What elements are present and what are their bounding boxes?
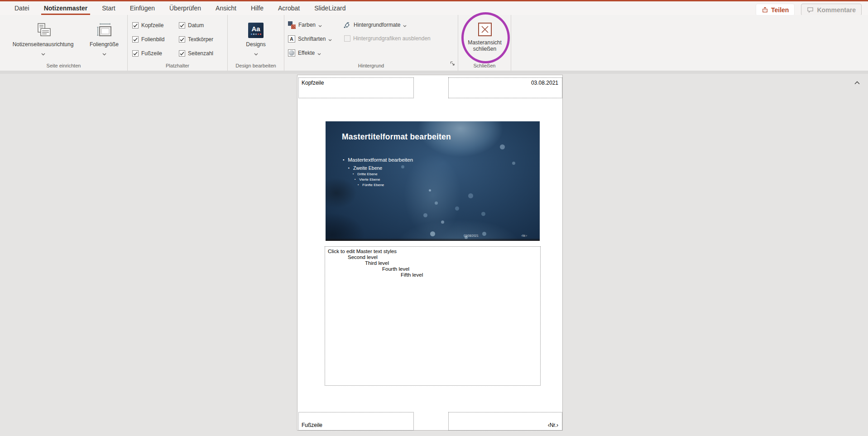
- slide-bullet-level3: Dritte Ebene: [353, 172, 378, 176]
- notes-line-level3: Third level: [365, 260, 537, 266]
- group-label-design-bearbeiten: Design bearbeiten: [228, 63, 284, 68]
- tab-datei[interactable]: Datei: [7, 1, 37, 15]
- ribbon-bottom-strip: [0, 71, 868, 74]
- checkbox-icon: [179, 22, 185, 29]
- themes-button[interactable]: Aa Designs: [238, 17, 274, 62]
- themes-icon: Aa: [248, 23, 264, 38]
- checkbox-label: Datum: [188, 22, 204, 29]
- group-seite-einrichten: Notizenseitenausrichtung Foliengröße Sei…: [0, 15, 128, 71]
- close-icon: [478, 23, 492, 36]
- group-label-platzhalter: Platzhalter: [128, 63, 227, 68]
- checkbox-label: Textkörper: [188, 36, 213, 43]
- comments-button-label: Kommentare: [817, 6, 856, 14]
- tab-start[interactable]: Start: [95, 1, 123, 15]
- checkbox-label: Folienbild: [141, 36, 164, 43]
- background-styles-icon: [343, 21, 351, 29]
- group-schliessen: Masteransicht schließen Schließen: [458, 15, 511, 71]
- tab-einfuegen[interactable]: Einfügen: [123, 1, 162, 15]
- slide-title: Mastertitelformat bearbeiten: [342, 132, 451, 142]
- tab-ansicht[interactable]: Ansicht: [208, 1, 244, 15]
- header-text: Kopfzeile: [302, 80, 324, 86]
- chevron-down-icon: [328, 35, 332, 43]
- chevron-down-icon: [41, 49, 45, 57]
- chevron-down-icon: [318, 21, 322, 29]
- ribbon-tab-bar: Datei Notizenmaster Start Einfügen Überp…: [0, 1, 868, 15]
- group-label-schliessen: Schließen: [458, 63, 511, 68]
- checkbox-textkoerper[interactable]: Textkörper: [179, 35, 213, 43]
- theme-colors-label: Farben: [298, 22, 316, 28]
- notes-page-orientation-button[interactable]: Notizenseitenausrichtung: [4, 17, 82, 62]
- tab-ueberpruefen[interactable]: Überprüfen: [162, 1, 208, 15]
- powerpoint-window: Datei Notizenmaster Start Einfügen Überp…: [0, 0, 868, 436]
- chevron-down-icon: [254, 49, 258, 57]
- notes-line-level4: Fourth level: [382, 266, 537, 272]
- theme-fonts-icon: A: [288, 35, 295, 43]
- share-button[interactable]: Teilen: [756, 4, 795, 16]
- checkbox-icon: [132, 50, 139, 57]
- checkbox-datum[interactable]: Datum: [179, 21, 204, 29]
- checkbox-icon: [132, 22, 139, 29]
- slide-bullet-level4: Vierte Ebene: [355, 177, 380, 182]
- slide-size-button[interactable]: Foliengröße: [83, 17, 125, 62]
- theme-effects-icon: [288, 49, 295, 57]
- close-master-view-button[interactable]: Masteransicht schließen: [460, 17, 509, 62]
- share-button-label: Teilen: [771, 6, 789, 14]
- bubbles-decoration: [429, 189, 431, 192]
- slide-size-label: Foliengröße: [90, 41, 119, 48]
- notes-page-orientation-label: Notizenseitenausrichtung: [13, 41, 74, 48]
- group-platzhalter: Kopfzeile Folienbild Fußzeile Datum Text…: [128, 15, 228, 71]
- group-label-seite-einrichten: Seite einrichten: [0, 63, 127, 68]
- chevron-down-icon: [317, 49, 321, 57]
- notes-line-level5: Fifth level: [401, 272, 537, 278]
- checkbox-folienbild[interactable]: Folienbild: [132, 35, 164, 43]
- date-placeholder[interactable]: 03.08.2021: [448, 77, 562, 98]
- page-number-placeholder[interactable]: ‹Nr.›: [448, 412, 562, 431]
- tab-acrobat[interactable]: Acrobat: [271, 1, 307, 15]
- ribbon: Notizenseitenausrichtung Foliengröße Sei…: [0, 15, 868, 71]
- checkbox-icon: [132, 36, 139, 43]
- header-placeholder[interactable]: Kopfzeile: [298, 77, 414, 98]
- notes-line-level2: Second level: [348, 254, 537, 260]
- theme-colors-icon: [288, 21, 296, 29]
- checkbox-icon: [344, 35, 350, 42]
- slide-number: ‹Nr.›: [521, 234, 527, 237]
- chevron-down-icon: [403, 21, 407, 29]
- checkbox-kopfzeile[interactable]: Kopfzeile: [132, 21, 163, 29]
- tab-hilfe[interactable]: Hilfe: [244, 1, 271, 15]
- themes-label: Designs: [246, 41, 265, 48]
- notes-body-placeholder[interactable]: Click to edit Master text styles Second …: [325, 246, 541, 386]
- background-styles-label: Hintergrundformate: [354, 22, 400, 28]
- checkbox-label: Seitenzahl: [188, 50, 213, 57]
- group-hintergrund: Farben A Schriftarten Effekte: [284, 15, 458, 71]
- footer-text: Fußzeile: [302, 422, 322, 428]
- slide-image-placeholder[interactable]: Mastertitelformat bearbeiten Mastertextf…: [326, 121, 540, 241]
- footer-placeholder[interactable]: Fußzeile: [298, 412, 414, 431]
- hide-background-graphics-checkbox: Hintergrundgrafiken ausblenden: [344, 34, 431, 43]
- slide-bullet-level2: Zweite Ebene: [348, 165, 382, 171]
- theme-colors-button[interactable]: Farben: [288, 20, 322, 29]
- notes-orientation-icon: [35, 23, 51, 38]
- theme-fonts-label: Schriftarten: [298, 36, 326, 42]
- checkbox-icon: [179, 50, 185, 57]
- notes-master-page: Kopfzeile 03.08.2021 Mastertitelformat b…: [297, 75, 563, 431]
- slide-bullet-level1: Mastertextformat bearbeiten: [343, 157, 413, 163]
- slide-bullet-level5: Fünfte Ebene: [358, 183, 384, 187]
- background-styles-button[interactable]: Hintergrundformate: [343, 20, 407, 29]
- checkbox-label: Hintergrundgrafiken ausblenden: [353, 35, 431, 42]
- comments-button[interactable]: Kommentare: [801, 4, 862, 16]
- checkbox-label: Fußzeile: [141, 50, 162, 57]
- share-icon: [762, 6, 768, 13]
- checkbox-icon: [179, 36, 185, 43]
- group-label-hintergrund: Hintergrund: [284, 63, 458, 68]
- collapse-ribbon-button[interactable]: [854, 78, 860, 86]
- checkbox-seitenzahl[interactable]: Seitenzahl: [179, 49, 213, 57]
- tab-slidelizard[interactable]: SlideLizard: [307, 1, 353, 15]
- checkbox-fusszeile[interactable]: Fußzeile: [132, 49, 162, 57]
- close-master-view-label: Masteransicht schließen: [468, 39, 502, 52]
- tab-notizenmaster[interactable]: Notizenmaster: [37, 1, 95, 15]
- slide-date: 03/08/2021: [464, 234, 479, 237]
- theme-fonts-button[interactable]: A Schriftarten: [288, 34, 332, 43]
- date-text: 03.08.2021: [531, 80, 558, 86]
- theme-effects-button[interactable]: Effekte: [288, 48, 321, 57]
- page-number-text: ‹Nr.›: [548, 422, 558, 428]
